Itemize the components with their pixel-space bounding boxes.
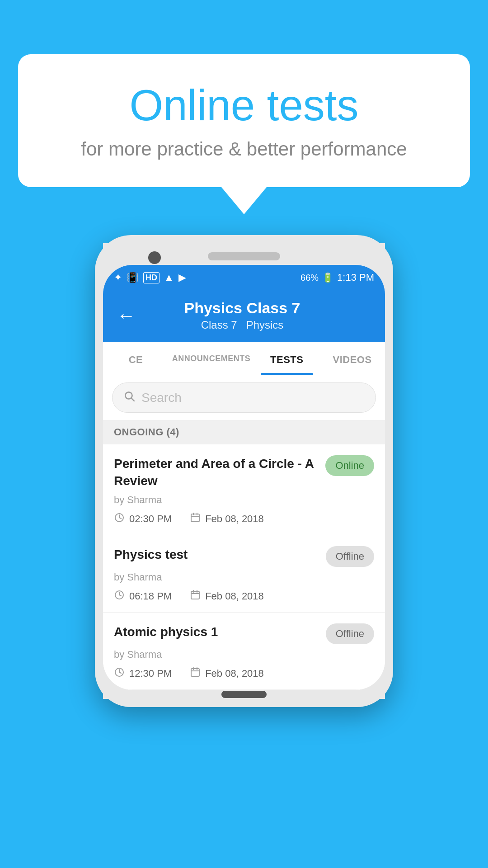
bubble-arrow [221, 187, 267, 214]
wifi-icon: ▲ [164, 272, 174, 283]
svg-rect-8 [191, 591, 199, 599]
test-meta: 12:30 PM Feb 08, 2018 [114, 667, 374, 680]
bluetooth-icon: ✦ [114, 272, 122, 283]
test-title: Physics test [114, 546, 326, 563]
test-time: 02:30 PM [114, 512, 172, 526]
page-title: Physics Class 7 [145, 299, 340, 317]
calendar-icon [190, 667, 201, 680]
status-bar: ✦ 📳 HD ▲ ▶ 66% 🔋 1:13 PM [103, 265, 385, 290]
vibrate-icon: 📳 [127, 272, 139, 283]
svg-rect-13 [191, 669, 199, 676]
clock-icon [114, 590, 125, 603]
phone-speaker [208, 252, 280, 260]
time-value: 12:30 PM [129, 668, 172, 679]
test-item[interactable]: Atomic physics 1 Offline by Sharma 12:30… [103, 613, 385, 690]
test-author: by Sharma [114, 494, 374, 506]
test-item-row: Perimeter and Area of a Circle - A Revie… [114, 455, 374, 490]
page-subtitle: Class 7 Physics [145, 319, 340, 331]
search-icon [123, 390, 135, 405]
calendar-icon [190, 512, 201, 526]
app-header: ← Physics Class 7 Class 7 Physics [103, 290, 385, 342]
test-time: 06:18 PM [114, 590, 172, 603]
test-meta: 02:30 PM Feb 08, 2018 [114, 512, 374, 526]
tab-ce[interactable]: CE [103, 342, 169, 375]
hd-badge: HD [143, 272, 160, 283]
phone-camera [148, 251, 161, 264]
clock-icon [114, 667, 125, 680]
section-header: ONGOING (4) [103, 420, 385, 444]
back-button[interactable]: ← [117, 305, 136, 326]
test-title: Perimeter and Area of a Circle - A Revie… [114, 455, 325, 490]
phone-outer-shell: ✦ 📳 HD ▲ ▶ 66% 🔋 1:13 PM ← Physics Class… [95, 235, 393, 707]
battery-icon: 🔋 [322, 272, 333, 283]
search-bar[interactable]: Search [112, 382, 376, 413]
test-item[interactable]: Perimeter and Area of a Circle - A Revie… [103, 444, 385, 535]
test-time: 12:30 PM [114, 667, 172, 680]
date-value: Feb 08, 2018 [205, 668, 264, 679]
test-date: Feb 08, 2018 [190, 512, 264, 526]
clock-time: 1:13 PM [337, 272, 374, 283]
test-title: Atomic physics 1 [114, 623, 326, 641]
tab-videos[interactable]: VIDEOS [319, 342, 385, 375]
phone-bottom-bar [103, 690, 385, 699]
test-author: by Sharma [114, 649, 374, 660]
bubble-title: Online tests [54, 81, 434, 129]
search-container: Search [103, 375, 385, 420]
battery-percent: 66% [300, 273, 319, 283]
test-author: by Sharma [114, 571, 374, 583]
header-title-section: Physics Class 7 Class 7 Physics [145, 299, 340, 331]
status-badge: Online [325, 455, 374, 476]
tab-announcements[interactable]: ANNOUNCEMENTS [169, 342, 254, 375]
svg-rect-3 [191, 514, 199, 522]
clock-icon [114, 512, 125, 526]
phone-mockup: ✦ 📳 HD ▲ ▶ 66% 🔋 1:13 PM ← Physics Class… [95, 235, 393, 707]
phone-screen: ✦ 📳 HD ▲ ▶ 66% 🔋 1:13 PM ← Physics Class… [103, 265, 385, 690]
subtitle-class: Class 7 [201, 319, 237, 331]
status-badge: Offline [326, 623, 374, 644]
time-value: 02:30 PM [129, 513, 172, 525]
date-value: Feb 08, 2018 [205, 590, 264, 602]
test-date: Feb 08, 2018 [190, 667, 264, 680]
test-item-row: Atomic physics 1 Offline [114, 623, 374, 644]
speech-bubble: Online tests for more practice & better … [18, 54, 470, 187]
status-badge: Offline [326, 546, 374, 567]
tabs-bar: CE ANNOUNCEMENTS TESTS VIDEOS [103, 342, 385, 375]
time-value: 06:18 PM [129, 590, 172, 602]
home-button[interactable] [221, 691, 267, 698]
search-input[interactable]: Search [141, 391, 182, 405]
phone-top-bar [103, 243, 385, 265]
test-item[interactable]: Physics test Offline by Sharma 06:18 PM [103, 535, 385, 613]
bubble-subtitle: for more practice & better performance [54, 138, 434, 160]
subtitle-subject: Physics [246, 319, 284, 331]
test-meta: 06:18 PM Feb 08, 2018 [114, 590, 374, 603]
test-date: Feb 08, 2018 [190, 590, 264, 603]
signal-icon: ▶ [178, 272, 186, 283]
tab-tests[interactable]: TESTS [254, 342, 319, 375]
status-bar-left: ✦ 📳 HD ▲ ▶ [114, 272, 295, 283]
svg-line-1 [131, 398, 134, 401]
date-value: Feb 08, 2018 [205, 513, 264, 525]
test-item-row: Physics test Offline [114, 546, 374, 567]
status-bar-right: 66% 🔋 1:13 PM [300, 272, 374, 283]
calendar-icon [190, 590, 201, 603]
speech-bubble-section: Online tests for more practice & better … [18, 54, 470, 214]
